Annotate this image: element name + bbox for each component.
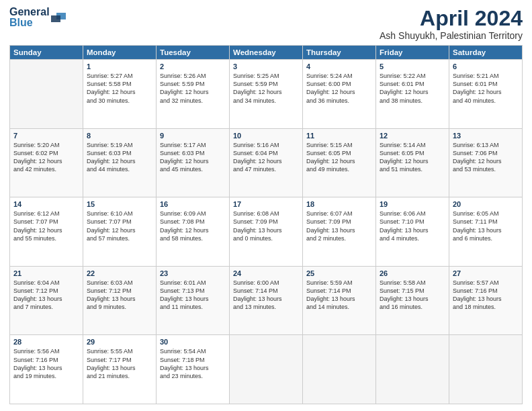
day-cell: 1Sunrise: 5:27 AM Sunset: 5:58 PM Daylig… — [83, 60, 157, 129]
day-number: 12 — [380, 132, 445, 140]
day-info: Sunrise: 6:04 AM Sunset: 7:12 PM Dayligh… — [13, 279, 79, 312]
day-number: 4 — [306, 62, 372, 71]
day-cell — [10, 60, 83, 129]
day-number: 3 — [233, 62, 299, 71]
header-cell-thursday: Thursday — [303, 46, 376, 60]
header: General Blue April 2024 Ash Shuyukh, Pal… — [9, 7, 523, 41]
day-number: 30 — [160, 338, 226, 346]
day-cell — [376, 335, 449, 404]
week-row-5: 28Sunrise: 5:56 AM Sunset: 7:16 PM Dayli… — [10, 335, 523, 404]
day-cell: 18Sunrise: 6:07 AM Sunset: 7:09 PM Dayli… — [303, 197, 376, 267]
day-info: Sunrise: 5:22 AM Sunset: 6:01 PM Dayligh… — [380, 72, 445, 105]
day-number: 21 — [13, 269, 79, 277]
day-number: 27 — [453, 269, 519, 277]
day-info: Sunrise: 6:08 AM Sunset: 7:09 PM Dayligh… — [233, 210, 299, 242]
day-cell: 8Sunrise: 5:19 AM Sunset: 6:03 PM Daylig… — [83, 128, 157, 197]
day-info: Sunrise: 6:00 AM Sunset: 7:14 PM Dayligh… — [233, 279, 299, 312]
day-cell: 5Sunrise: 5:22 AM Sunset: 6:01 PM Daylig… — [376, 60, 449, 129]
day-cell: 23Sunrise: 6:01 AM Sunset: 7:13 PM Dayli… — [157, 266, 230, 335]
day-cell: 15Sunrise: 6:10 AM Sunset: 7:07 PM Dayli… — [83, 197, 157, 267]
day-number: 15 — [87, 200, 152, 208]
day-cell: 17Sunrise: 6:08 AM Sunset: 7:09 PM Dayli… — [230, 197, 303, 267]
day-cell: 7Sunrise: 5:20 AM Sunset: 6:02 PM Daylig… — [10, 128, 83, 197]
page: General Blue April 2024 Ash Shuyukh, Pal… — [0, 0, 532, 411]
day-cell: 2Sunrise: 5:26 AM Sunset: 5:59 PM Daylig… — [157, 60, 230, 129]
day-cell: 12Sunrise: 5:14 AM Sunset: 6:05 PM Dayli… — [376, 128, 449, 197]
day-cell: 4Sunrise: 5:24 AM Sunset: 6:00 PM Daylig… — [303, 60, 376, 129]
day-cell: 27Sunrise: 5:57 AM Sunset: 7:16 PM Dayli… — [449, 266, 523, 335]
day-info: Sunrise: 5:59 AM Sunset: 7:14 PM Dayligh… — [306, 279, 372, 312]
day-info: Sunrise: 6:01 AM Sunset: 7:13 PM Dayligh… — [160, 279, 226, 312]
day-number: 5 — [380, 62, 445, 71]
logo-general: General — [9, 7, 50, 17]
week-row-2: 7Sunrise: 5:20 AM Sunset: 6:02 PM Daylig… — [10, 128, 523, 197]
day-number: 1 — [87, 62, 152, 71]
header-cell-saturday: Saturday — [449, 46, 523, 60]
header-cell-sunday: Sunday — [10, 46, 83, 60]
day-info: Sunrise: 5:27 AM Sunset: 5:58 PM Dayligh… — [87, 72, 152, 105]
day-info: Sunrise: 6:13 AM Sunset: 7:06 PM Dayligh… — [453, 141, 519, 174]
day-number: 14 — [13, 200, 79, 208]
day-cell — [303, 335, 376, 404]
day-cell: 10Sunrise: 5:16 AM Sunset: 6:04 PM Dayli… — [230, 128, 303, 197]
day-info: Sunrise: 6:09 AM Sunset: 7:08 PM Dayligh… — [160, 210, 226, 242]
day-number: 24 — [233, 269, 299, 277]
day-info: Sunrise: 6:12 AM Sunset: 7:07 PM Dayligh… — [13, 210, 79, 242]
day-info: Sunrise: 5:55 AM Sunset: 7:17 PM Dayligh… — [87, 347, 152, 380]
day-cell: 26Sunrise: 5:58 AM Sunset: 7:15 PM Dayli… — [376, 266, 449, 335]
day-cell — [449, 335, 523, 404]
day-number: 22 — [87, 269, 152, 277]
day-cell: 22Sunrise: 6:03 AM Sunset: 7:12 PM Dayli… — [83, 266, 157, 335]
day-cell: 20Sunrise: 6:05 AM Sunset: 7:11 PM Dayli… — [449, 197, 523, 267]
day-cell: 25Sunrise: 5:59 AM Sunset: 7:14 PM Dayli… — [303, 266, 376, 335]
day-info: Sunrise: 5:19 AM Sunset: 6:03 PM Dayligh… — [87, 141, 152, 174]
day-cell: 14Sunrise: 6:12 AM Sunset: 7:07 PM Dayli… — [10, 197, 83, 267]
day-info: Sunrise: 5:15 AM Sunset: 6:05 PM Dayligh… — [306, 141, 372, 174]
logo: General Blue — [9, 7, 66, 28]
header-row: SundayMondayTuesdayWednesdayThursdayFrid… — [10, 46, 523, 60]
day-number: 17 — [233, 200, 299, 208]
day-number: 6 — [453, 62, 519, 71]
day-number: 26 — [380, 269, 445, 277]
day-number: 23 — [160, 269, 226, 277]
day-cell: 24Sunrise: 6:00 AM Sunset: 7:14 PM Dayli… — [230, 266, 303, 335]
day-info: Sunrise: 5:54 AM Sunset: 7:18 PM Dayligh… — [160, 347, 226, 380]
day-info: Sunrise: 5:14 AM Sunset: 6:05 PM Dayligh… — [380, 141, 445, 174]
day-number: 20 — [453, 200, 519, 208]
day-info: Sunrise: 6:07 AM Sunset: 7:09 PM Dayligh… — [306, 210, 372, 242]
day-info: Sunrise: 6:06 AM Sunset: 7:10 PM Dayligh… — [380, 210, 445, 242]
day-cell: 13Sunrise: 6:13 AM Sunset: 7:06 PM Dayli… — [449, 128, 523, 197]
week-row-3: 14Sunrise: 6:12 AM Sunset: 7:07 PM Dayli… — [10, 197, 523, 267]
logo-icon — [51, 10, 66, 25]
day-info: Sunrise: 5:26 AM Sunset: 5:59 PM Dayligh… — [160, 72, 226, 105]
day-info: Sunrise: 5:17 AM Sunset: 6:03 PM Dayligh… — [160, 141, 226, 174]
day-number: 2 — [160, 62, 226, 71]
day-cell: 30Sunrise: 5:54 AM Sunset: 7:18 PM Dayli… — [157, 335, 230, 404]
day-info: Sunrise: 6:10 AM Sunset: 7:07 PM Dayligh… — [87, 210, 152, 242]
day-cell — [230, 335, 303, 404]
day-number: 11 — [306, 132, 372, 140]
day-cell: 21Sunrise: 6:04 AM Sunset: 7:12 PM Dayli… — [10, 266, 83, 335]
day-info: Sunrise: 5:57 AM Sunset: 7:16 PM Dayligh… — [453, 279, 519, 312]
header-cell-monday: Monday — [83, 46, 157, 60]
day-number: 8 — [87, 132, 152, 140]
day-number: 7 — [13, 132, 79, 140]
day-cell: 28Sunrise: 5:56 AM Sunset: 7:16 PM Dayli… — [10, 335, 83, 404]
day-info: Sunrise: 5:24 AM Sunset: 6:00 PM Dayligh… — [306, 72, 372, 105]
main-title: April 2024 — [380, 7, 523, 30]
header-cell-wednesday: Wednesday — [230, 46, 303, 60]
day-number: 13 — [453, 132, 519, 140]
day-cell: 11Sunrise: 5:15 AM Sunset: 6:05 PM Dayli… — [303, 128, 376, 197]
day-cell: 6Sunrise: 5:21 AM Sunset: 6:01 PM Daylig… — [449, 60, 523, 129]
day-info: Sunrise: 5:16 AM Sunset: 6:04 PM Dayligh… — [233, 141, 299, 174]
day-number: 29 — [87, 338, 152, 346]
title-block: April 2024 Ash Shuyukh, Palestinian Terr… — [380, 7, 523, 41]
day-info: Sunrise: 5:25 AM Sunset: 5:59 PM Dayligh… — [233, 72, 299, 105]
day-info: Sunrise: 6:03 AM Sunset: 7:12 PM Dayligh… — [87, 279, 152, 312]
day-number: 16 — [160, 200, 226, 208]
subtitle: Ash Shuyukh, Palestinian Territory — [380, 30, 523, 41]
day-info: Sunrise: 5:21 AM Sunset: 6:01 PM Dayligh… — [453, 72, 519, 105]
day-number: 9 — [160, 132, 226, 140]
svg-marker-1 — [51, 15, 60, 22]
day-number: 10 — [233, 132, 299, 140]
